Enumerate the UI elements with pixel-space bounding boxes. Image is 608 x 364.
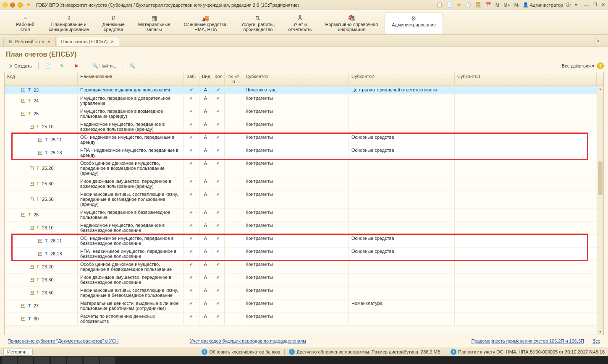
col-sub2[interactable]: Субконто2 xyxy=(349,72,455,86)
user-label[interactable]: 👤 Администратор xyxy=(523,2,563,8)
help-icon[interactable]: ? xyxy=(597,62,604,69)
task-item[interactable] xyxy=(100,357,115,364)
tree-expand-icon[interactable]: + xyxy=(21,88,25,92)
scroll-thumb[interactable] xyxy=(598,161,603,195)
col-zho[interactable]: № ж/о xyxy=(225,72,243,86)
table-row[interactable]: +T26.20Особо ценное движимое имущество, … xyxy=(5,260,603,273)
tb-icon-cal[interactable]: 📅 xyxy=(484,2,493,8)
status-banks[interactable]: iОбновить классификатор банков xyxy=(202,349,280,355)
toolbar-item-7[interactable]: 📚Нормативно-справочнаяинформация xyxy=(318,13,385,34)
task-item[interactable] xyxy=(51,357,66,364)
copy-button[interactable]: 📄 xyxy=(42,62,54,70)
tab-plan[interactable]: План счетов (ЕПСБУ) × xyxy=(57,37,119,46)
close-icon[interactable]: ✕ xyxy=(600,2,606,8)
tb-icon-1[interactable]: 📋 xyxy=(435,2,444,8)
tree-expand-icon[interactable]: + xyxy=(21,99,25,103)
create-button[interactable]: ⊕ Создать xyxy=(4,62,35,70)
dropdown-icon[interactable]: ▾ xyxy=(574,2,579,8)
maximize-icon[interactable]: ❐ xyxy=(592,2,598,8)
col-sub1[interactable]: Субконто1 xyxy=(243,72,349,86)
table-row[interactable]: +T26.50Нефинансовые активы, составляющие… xyxy=(5,286,603,299)
tree-expand-icon[interactable]: − xyxy=(30,226,34,230)
tree-expand-icon[interactable]: + xyxy=(30,265,34,269)
tb-m-plus[interactable]: M+ xyxy=(502,2,511,8)
scroll-up-icon[interactable]: ▲ xyxy=(597,86,603,92)
tree-expand-icon[interactable]: + xyxy=(38,252,42,256)
edit-button[interactable]: ✎ xyxy=(56,62,68,70)
link-usn[interactable]: Применение субконто "Документы расчетов"… xyxy=(8,338,118,343)
table-row[interactable]: +T24Имущество, переданное в доверительно… xyxy=(5,94,603,107)
tree-expand-icon[interactable]: + xyxy=(21,317,25,321)
link-106[interactable]: Правомерность применения счетов 106.2П и… xyxy=(471,338,584,343)
toolbar-item-0[interactable]: ≡Рабочийстол xyxy=(8,13,42,34)
nav-back-icon[interactable] xyxy=(10,3,15,8)
task-item[interactable] xyxy=(2,357,17,364)
tree-expand-icon[interactable]: + xyxy=(30,182,34,186)
toolbar-item-2[interactable]: ₽Денежныесредства xyxy=(96,13,131,34)
tree-expand-icon[interactable]: − xyxy=(30,125,34,129)
table-row[interactable]: +T26.11ОС- недвижимое имущество, передан… xyxy=(5,234,603,247)
tree-expand-icon[interactable]: − xyxy=(21,213,25,217)
toolbar-item-1[interactable]: ⇪Планирование исанкционирование xyxy=(42,13,96,34)
col-name[interactable]: Наименование xyxy=(78,72,183,86)
tb-icon-calc[interactable]: 🧮 xyxy=(474,2,482,8)
tree-expand-icon[interactable]: + xyxy=(30,198,34,201)
task-item[interactable] xyxy=(84,357,99,364)
toolbar-item-3[interactable]: ▦Материальныезапасы xyxy=(131,13,177,34)
history-button[interactable]: История... xyxy=(3,348,33,356)
tab-plan-close[interactable]: × xyxy=(110,39,114,44)
table-row[interactable]: +T25.13НПА - недвижимое имущество, перед… xyxy=(5,146,603,159)
tb-icon-2[interactable]: 📄 xyxy=(446,2,454,8)
table-row[interactable]: +T25.11ОС- недвижимое имущество, передан… xyxy=(5,133,603,146)
status-update[interactable]: iДоступно обновление программы. Размер д… xyxy=(289,349,442,355)
favorite-icon[interactable]: ★ xyxy=(25,2,32,8)
table-row[interactable]: +T30Расчеты по исполнению денежных обяза… xyxy=(5,312,603,325)
nav-fwd-icon[interactable] xyxy=(18,3,23,8)
task-item[interactable] xyxy=(34,357,50,364)
table-row[interactable]: +T23Периодические издания для пользовани… xyxy=(5,86,603,94)
tab-overflow[interactable]: ▾ xyxy=(595,38,602,45)
scroll-down-icon[interactable]: ▼ xyxy=(597,329,603,335)
table-row[interactable]: +T26.30Иное движимое имущество, переданн… xyxy=(5,273,603,286)
table-row[interactable]: +T25.50Нефинансовые активы, составляющие… xyxy=(5,190,603,208)
tree-expand-icon[interactable]: + xyxy=(30,278,34,282)
task-item[interactable] xyxy=(18,357,33,364)
clear-find-button[interactable]: 🔍 xyxy=(126,62,138,70)
minimize-icon[interactable]: — xyxy=(583,2,590,8)
tab-desktop-close[interactable]: × xyxy=(47,39,51,44)
table-row[interactable]: −T25.10Недвижимое имущество, переданное … xyxy=(5,120,603,133)
col-vid[interactable]: Вид xyxy=(199,72,212,86)
table-row[interactable]: −T26.10Недвижимое имущество, переданное … xyxy=(5,221,603,234)
tree-expand-icon[interactable]: + xyxy=(30,166,34,170)
all-actions-button[interactable]: Все действия ▾ xyxy=(562,63,595,69)
tree-expand-icon[interactable]: + xyxy=(21,304,25,308)
tb-icon-star[interactable]: ★ xyxy=(456,2,462,8)
toolbar-item-5[interactable]: ⇅Услуги, работы,производство xyxy=(234,13,281,34)
link-all[interactable]: Все xyxy=(592,338,600,343)
find-button[interactable]: 🔍 Найти... xyxy=(89,62,120,70)
table-row[interactable]: −T25Имущество, переданное в возмездное п… xyxy=(5,107,603,120)
tree-expand-icon[interactable]: + xyxy=(38,151,42,155)
table-row[interactable]: +T26.13НПА- недвижимое имущество, переда… xyxy=(5,247,603,260)
table-row[interactable]: +T25.20Особо ценное движимое имущество, … xyxy=(5,159,603,177)
grid-body[interactable]: +T23Периодические издания для пользовани… xyxy=(5,86,603,335)
table-row[interactable]: +T25.30Иное движимое имущество, переданн… xyxy=(5,177,603,190)
tree-expand-icon[interactable]: − xyxy=(21,112,25,116)
delete-button[interactable]: ✖ xyxy=(71,62,82,70)
table-row[interactable]: +T27Материальные ценности, выданные в ли… xyxy=(5,299,603,312)
tb-m-minus[interactable]: M- xyxy=(513,2,521,8)
status-doc[interactable]: iПринятие к учету ОС, НМА, НПА БУ00-0000… xyxy=(451,349,605,355)
info-icon[interactable]: ⓘ xyxy=(565,1,572,8)
tree-expand-icon[interactable]: + xyxy=(30,291,34,295)
tab-desktop[interactable]: 🖥 Рабочий стол × xyxy=(3,37,56,46)
tree-expand-icon[interactable]: + xyxy=(38,138,42,142)
link-rbp[interactable]: Учет расходов будущих периодов по подраз… xyxy=(190,338,306,343)
toolbar-item-8[interactable]: ⚙Администрирование xyxy=(385,13,443,34)
toolbar-item-6[interactable]: ÅУчет иотчетность xyxy=(282,13,319,34)
col-sub3[interactable]: Субконто3 xyxy=(455,72,597,86)
scrollbar-vertical[interactable]: ▲ ▼ xyxy=(597,86,603,335)
tb-m[interactable]: M xyxy=(494,2,501,8)
toolbar-item-4[interactable]: 🚚Основные средства,НМА, НПА xyxy=(177,13,235,34)
task-item[interactable] xyxy=(67,357,82,364)
table-row[interactable]: −T26Имущество, переданное в безвозмездно… xyxy=(5,208,603,221)
